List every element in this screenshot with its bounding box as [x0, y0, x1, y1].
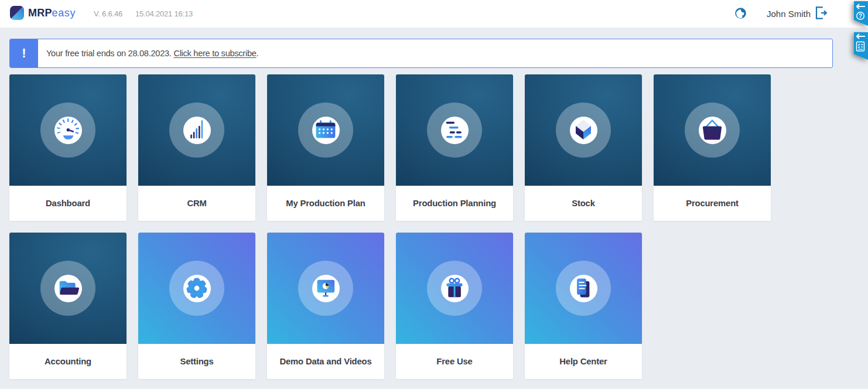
svg-text:?: ? [859, 13, 862, 19]
